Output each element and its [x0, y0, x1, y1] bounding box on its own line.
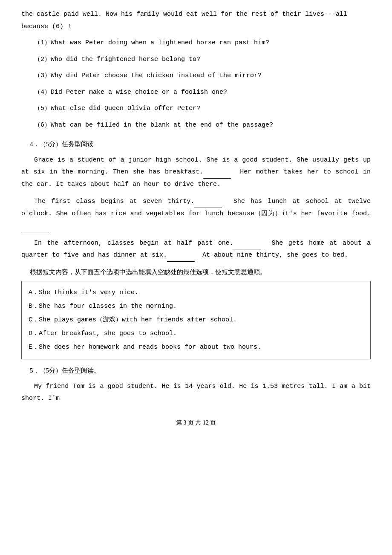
option-e: E．She does her homework and reads books … — [29, 341, 363, 354]
q3-num: （3） — [34, 72, 51, 79]
blank-1 — [203, 178, 231, 179]
option-c: C．She plays games（游戏）with her friends af… — [29, 314, 363, 327]
question-2: （2）Who did the frightened horse belong t… — [34, 54, 371, 66]
q2-num: （2） — [34, 56, 51, 63]
q1-num: （1） — [34, 39, 51, 46]
q1-text: What was Peter doing when a lightened ho… — [51, 39, 269, 46]
section4-para3: In the afternoon, classes begin at half … — [21, 237, 371, 262]
section4-para2: The first class begins at seven thirty. … — [21, 196, 371, 232]
section4-para1: Grace is a student of a junior high scho… — [21, 154, 371, 191]
questions-section: （1）What was Peter doing when a lightened… — [21, 37, 371, 131]
top-paragraph: the castle paid well. Now his family wou… — [21, 9, 371, 33]
section5: 5．（5分）任务型阅读。 My friend Tom is a good stu… — [21, 365, 371, 405]
section5-header: 5．（5分）任务型阅读。 — [30, 365, 371, 376]
section4-header: 4．（5分）任务型阅读 — [30, 139, 371, 150]
para2-text-before: The first class begins at seven thirty. — [34, 198, 194, 205]
section4-instruction: 根据短文内容，从下面五个选项中选出能填入空缺处的最佳选项，使短文意思通顺。 — [30, 267, 371, 278]
question-1: （1）What was Peter doing when a lightened… — [34, 37, 371, 49]
question-6: （6）What can be filled in the blank at th… — [34, 119, 371, 132]
q6-num: （6） — [34, 121, 51, 129]
option-b: B．She has four classes in the morning. — [29, 300, 363, 313]
options-box: A．She thinks it's very nice. B．She has f… — [21, 281, 371, 359]
q4-num: （4） — [34, 89, 51, 96]
para3-text-after: At about nine thirty, she goes to bed. — [195, 251, 348, 259]
q6-text: What can be filled in the blank at the e… — [51, 121, 273, 129]
question-5: （5）What else did Queen Olivia offer Pete… — [34, 103, 371, 115]
q4-text: Did Peter make a wise choice or a foolis… — [51, 89, 227, 96]
top-line1: the castle paid well. Now his family wou… — [21, 11, 347, 18]
q2-text: Who did the frightened horse belong to? — [51, 56, 200, 63]
option-a: A．She thinks it's very nice. — [29, 286, 363, 299]
q5-num: （5） — [34, 105, 51, 112]
blank-2 — [194, 208, 222, 208]
option-d: D．After breakfast, she goes to school. — [29, 327, 363, 340]
page-footer: 第 3 页 共 12 页 — [21, 418, 371, 428]
q3-text: Why did Peter choose the chicken instead… — [51, 72, 262, 79]
blank-4 — [233, 249, 261, 249]
section4: 4．（5分）任务型阅读 Grace is a student of a juni… — [21, 139, 371, 359]
q5-text: What else did Queen Olivia offer Peter? — [51, 105, 200, 112]
question-4: （4）Did Peter make a wise choice or a foo… — [34, 87, 371, 99]
top-line2: because (6) ! — [21, 23, 71, 30]
question-3: （3）Why did Peter choose the chicken inst… — [34, 70, 371, 82]
blank-5 — [167, 261, 195, 262]
para3-text-before: In the afternoon, classes begin at half … — [34, 240, 233, 247]
blank-3 — [21, 232, 49, 232]
section5-para: My friend Tom is a good student. He is 1… — [21, 381, 371, 405]
